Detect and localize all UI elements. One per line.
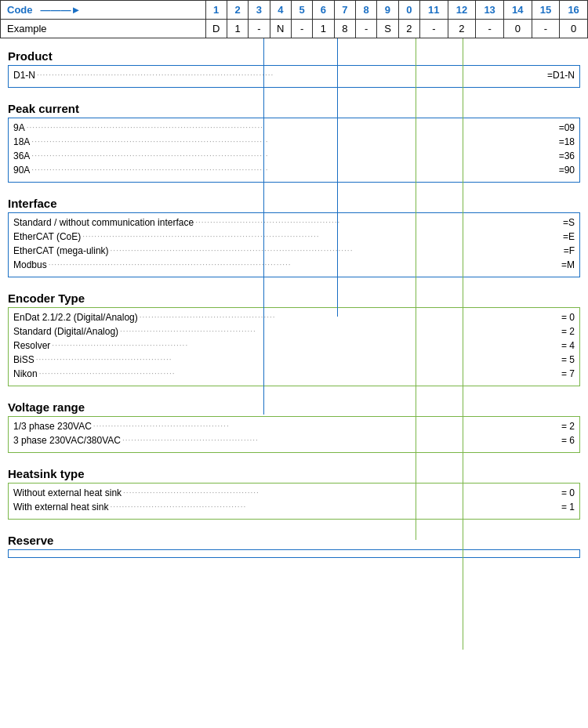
dots-90a: ········································… [30, 164, 558, 176]
example-row: Example D 1 - N - 1 8 - S 2 - 2 - 0 - 0 [1, 20, 588, 38]
item-value-no-heatsink: = 0 [561, 486, 575, 500]
item-label-9a: 9A [13, 121, 25, 135]
dots-ethercat-coe: ········································… [81, 230, 563, 243]
item-with-heatsink: With external heat sink ················… [13, 500, 575, 514]
item-label-90a: 90A [13, 163, 30, 177]
code-text: Code [7, 4, 33, 16]
section-product: Product D1-N ···························… [5, 45, 583, 91]
item-d1n: D1-N ···································… [13, 68, 575, 82]
col-10: 0 [398, 1, 419, 20]
dots-18a: ········································… [30, 136, 558, 148]
item-value-3-phase: = 6 [561, 433, 575, 447]
item-endat: EnDat 2.1/2.2 (Digital/Analog) ·········… [13, 310, 575, 324]
section-reserve: Reserve [5, 529, 583, 561]
section-interface: Interface Standard / without communicati… [5, 192, 583, 281]
item-36a: 36A ····································… [13, 149, 575, 163]
item-label-endat: EnDat 2.1/2.2 (Digital/Analog) [13, 310, 138, 324]
dots-with-heatsink: ········································… [108, 501, 561, 513]
ex-4: N [270, 20, 291, 38]
dots-1-3-phase: ········································… [92, 420, 561, 433]
example-label: Example [1, 20, 206, 38]
item-9a: 9A ·····································… [13, 121, 575, 135]
item-label-no-heatsink: Without external heat sink [13, 486, 122, 500]
item-value-9a: =09 [559, 121, 575, 135]
item-label-36a: 36A [13, 149, 30, 163]
item-value-18a: =18 [559, 135, 575, 149]
ex-9: S [377, 20, 398, 38]
item-label-1-3-phase: 1/3 phase 230VAC [13, 419, 92, 433]
item-label-nikon: Nikon [13, 367, 38, 381]
col-14: 14 [503, 1, 532, 20]
dots-d1n: ········································… [35, 69, 547, 81]
dots-resolver: ········································… [50, 339, 561, 352]
dots-ethercat-mega: ········································… [109, 244, 564, 257]
section-voltage-range: Voltage range 1/3 phase 230VAC ·········… [5, 396, 583, 456]
dots-9a: ········································… [25, 121, 559, 134]
item-modbus: Modbus ·································… [13, 258, 575, 272]
section-box-encoder: EnDat 2.1/2.2 (Digital/Analog) ·········… [8, 307, 580, 386]
dots-standard: ········································… [194, 216, 563, 229]
col-1: 1 [205, 1, 227, 20]
item-label-ethercat-mega: EtherCAT (mega-ulink) [13, 244, 109, 258]
section-title-product: Product [8, 49, 580, 63]
section-title-interface: Interface [8, 197, 580, 210]
item-value-ethercat-mega: =F [564, 244, 575, 258]
ex-16: 0 [560, 20, 588, 38]
ex-2: 1 [227, 20, 248, 38]
item-standard: Standard / without communication interfa… [13, 216, 575, 230]
dots-no-heatsink: ········································… [122, 487, 561, 499]
item-ethercat-coe: EtherCAT (CoE) ·························… [13, 230, 575, 244]
section-box-voltage: 1/3 phase 230VAC ·······················… [8, 416, 580, 453]
ex-6: 1 [313, 20, 334, 38]
sections-area: Product D1-N ···························… [0, 38, 588, 574]
col-12: 12 [448, 1, 476, 20]
item-label-18a: 18A [13, 135, 30, 149]
item-label-resolver: Resolver [13, 339, 50, 353]
section-box-product: D1-N ···································… [8, 65, 580, 88]
item-value-with-heatsink: = 1 [561, 500, 575, 514]
section-box-heatsink: Without external heat sink ·············… [8, 483, 580, 520]
dots-36a: ········································… [30, 150, 558, 162]
item-value-1-3-phase: = 2 [561, 419, 575, 433]
item-label-standard: Standard / without communication interfa… [13, 216, 194, 230]
col-16: 16 [560, 1, 588, 20]
item-value-ethercat-coe: =E [563, 230, 575, 244]
item-value-biss: = 5 [561, 353, 575, 367]
item-value-resolver: = 4 [561, 339, 575, 353]
item-standard-da: Standard (Digital/Analog) ··············… [13, 324, 575, 339]
item-nikon: Nikon ··································… [13, 367, 575, 381]
dots-modbus: ········································… [47, 259, 561, 271]
item-label-biss: BiSS [13, 353, 34, 367]
col-9: 9 [377, 1, 398, 20]
section-title-peak-current: Peak current [8, 102, 580, 115]
section-title-voltage: Voltage range [8, 400, 580, 414]
item-value-nikon: = 7 [561, 367, 575, 381]
dots-standard-da: ········································… [118, 325, 561, 338]
item-label-d1n: D1-N [13, 68, 35, 82]
item-18a: 18A ····································… [13, 135, 575, 149]
main-container: Code ———► 1 2 3 4 5 6 7 8 9 0 11 12 13 1… [0, 0, 588, 574]
item-label-3-phase: 3 phase 230VAC/380VAC [13, 433, 121, 447]
section-title-reserve: Reserve [8, 534, 580, 547]
ex-14: 0 [503, 20, 532, 38]
ex-5: - [291, 20, 312, 38]
col-3: 3 [249, 1, 270, 20]
dots-nikon: ········································… [38, 368, 561, 380]
item-value-90a: =90 [559, 163, 575, 177]
dots-3-phase: ········································… [121, 434, 561, 447]
item-ethercat-mega: EtherCAT (mega-ulink) ··················… [13, 244, 575, 258]
ex-13: - [476, 20, 504, 38]
item-value-endat: = 0 [561, 310, 575, 324]
item-value-36a: =36 [559, 149, 575, 163]
ex-15: - [532, 20, 560, 38]
item-label-standard-da: Standard (Digital/Analog) [13, 324, 118, 339]
ex-7: 8 [334, 20, 355, 38]
code-label: Code ———► [1, 1, 206, 20]
ex-3: - [249, 20, 270, 38]
col-5: 5 [291, 1, 312, 20]
item-90a: 90A ····································… [13, 163, 575, 177]
item-value-standard: =S [563, 216, 575, 230]
item-value-modbus: =M [561, 258, 575, 272]
section-peak-current: Peak current 9A ························… [5, 97, 583, 186]
item-resolver: Resolver ·······························… [13, 339, 575, 353]
